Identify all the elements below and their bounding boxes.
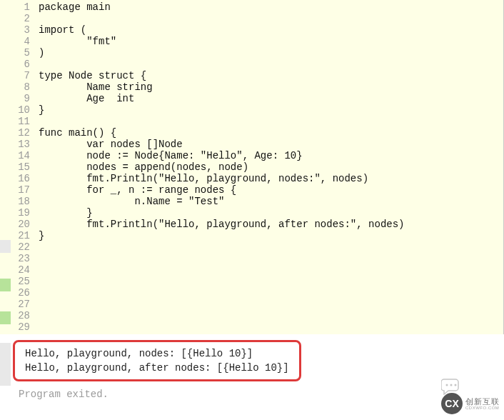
code-line: ) xyxy=(39,47,503,59)
line-number: 19 xyxy=(0,207,30,219)
line-number: 24 xyxy=(0,264,30,276)
line-number: 27 xyxy=(0,299,30,310)
code-line xyxy=(39,253,503,264)
code-line: type Node struct { xyxy=(39,70,503,81)
code-content: package mainimport ( "fmt")type Node str… xyxy=(36,0,503,334)
line-number: 10 xyxy=(0,104,30,116)
line-number: 3 xyxy=(0,24,30,36)
line-number: 17 xyxy=(0,184,30,196)
code-line xyxy=(39,310,503,321)
watermark-title: 创新互联 xyxy=(465,398,500,406)
output-panel: Hello, playground, nodes: [{Hello 10}] H… xyxy=(0,334,504,403)
line-number: 11 xyxy=(0,116,30,127)
rail-decor xyxy=(0,343,11,386)
watermark-text: 创新互联 CDXWFO.COM xyxy=(465,398,500,410)
code-line xyxy=(39,276,503,287)
code-line: package main xyxy=(39,1,503,13)
line-number: 8 xyxy=(0,81,30,93)
line-number: 13 xyxy=(0,139,30,150)
line-number: 7 xyxy=(0,70,30,81)
line-number: 20 xyxy=(0,219,30,230)
watermark: CX 创新互联 CDXWFO.COM xyxy=(441,393,500,414)
watermark-sub: CDXWFO.COM xyxy=(465,406,500,410)
code-line xyxy=(39,299,503,310)
watermark-logo-text: CX xyxy=(445,398,458,409)
code-editor: 1234567891011121314151617181920212223242… xyxy=(0,0,504,334)
output-line: Hello, playground, after nodes: [{Hello … xyxy=(21,361,293,375)
output-highlight-box: Hello, playground, nodes: [{Hello 10}] H… xyxy=(13,340,301,381)
output-line: Hello, playground, nodes: [{Hello 10}] xyxy=(21,346,293,361)
code-line: } xyxy=(39,104,503,116)
code-line xyxy=(39,321,503,333)
rail-decor xyxy=(0,240,11,253)
rail-decor xyxy=(0,279,11,291)
svg-point-1 xyxy=(450,384,453,386)
line-number: 16 xyxy=(0,173,30,184)
line-number: 1 xyxy=(0,1,30,13)
code-line: fmt.Println("Hello, playground, nodes:",… xyxy=(39,173,503,184)
line-number: 23 xyxy=(0,253,30,264)
line-number: 18 xyxy=(0,196,30,207)
code-line: func main() { xyxy=(39,127,503,139)
code-line: Name string xyxy=(39,81,503,93)
rail-decor xyxy=(0,311,11,324)
code-line xyxy=(39,264,503,276)
page: 1234567891011121314151617181920212223242… xyxy=(0,0,504,420)
code-line: nodes = append(nodes, node) xyxy=(39,161,503,173)
line-number: 4 xyxy=(0,36,30,47)
code-line: n.Name = "Test" xyxy=(39,196,503,207)
code-line: for _, n := range nodes { xyxy=(39,184,503,196)
code-line: } xyxy=(39,207,503,219)
program-exited: Program exited. xyxy=(13,386,504,400)
svg-point-0 xyxy=(446,384,448,386)
code-line: node := Node{Name: "Hello", Age: 10} xyxy=(39,150,503,161)
watermark-logo: CX xyxy=(441,393,463,414)
code-line: var nodes []Node xyxy=(39,139,503,150)
code-line xyxy=(39,241,503,253)
code-line xyxy=(39,13,503,24)
line-number: 14 xyxy=(0,150,30,161)
code-line: fmt.Println("Hello, playground, after no… xyxy=(39,219,503,230)
code-line xyxy=(39,59,503,70)
line-number: 15 xyxy=(0,161,30,173)
line-number: 5 xyxy=(0,47,30,59)
svg-point-2 xyxy=(455,384,457,386)
code-line xyxy=(39,287,503,299)
code-line: Age int xyxy=(39,93,503,104)
code-line xyxy=(39,116,503,127)
code-line: } xyxy=(39,230,503,241)
line-number: 12 xyxy=(0,127,30,139)
line-number: 9 xyxy=(0,93,30,104)
code-line: "fmt" xyxy=(39,36,503,47)
code-line: import ( xyxy=(39,24,503,36)
line-number: 6 xyxy=(0,59,30,70)
line-number: 2 xyxy=(0,13,30,24)
